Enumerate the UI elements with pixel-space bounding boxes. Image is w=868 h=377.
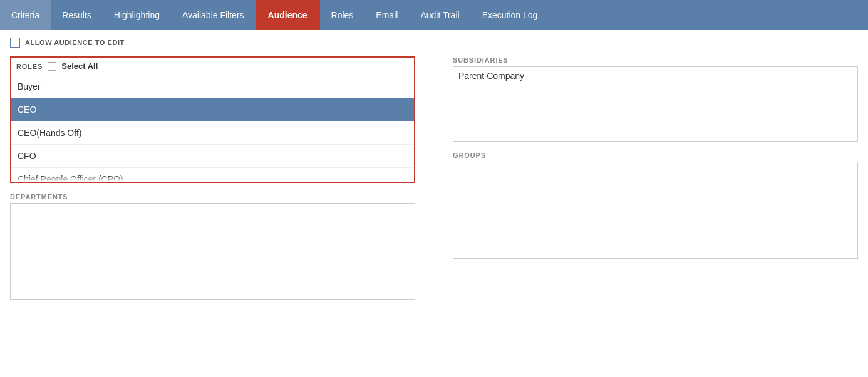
subsidiaries-section: SUBSIDIARIES Parent Company — [453, 56, 858, 142]
nav-highlighting[interactable]: Highlighting — [103, 0, 171, 30]
nav-audit-trail[interactable]: Audit Trail — [409, 0, 470, 30]
nav-roles[interactable]: Roles — [320, 0, 365, 30]
subsidiaries-item-parent-company[interactable]: Parent Company — [458, 71, 852, 81]
roles-select-all-checkbox[interactable] — [48, 62, 56, 71]
subsidiaries-box: Parent Company — [453, 66, 858, 142]
roles-select-all-label[interactable]: Select All — [61, 61, 98, 71]
groups-section: GROUPS — [453, 152, 858, 259]
departments-section: DEPARTMENTS — [10, 193, 415, 300]
roles-section: ROLES Select All Buyer CEO CEO(Hands Off… — [10, 56, 415, 183]
departments-box[interactable] — [10, 203, 415, 300]
allow-audience-row: ALLOW AUDIENCE TO EDIT — [10, 38, 858, 48]
roles-list-item-buyer[interactable]: Buyer — [11, 75, 414, 98]
nav-execution-log[interactable]: Execution Log — [471, 0, 549, 30]
left-column: ROLES Select All Buyer CEO CEO(Hands Off… — [10, 56, 415, 300]
allow-audience-label: ALLOW AUDIENCE TO EDIT — [25, 39, 125, 46]
roles-list: Buyer CEO CEO(Hands Off) CFO Chief Peopl — [11, 75, 414, 182]
roles-header-label: ROLES — [16, 63, 43, 70]
subsidiaries-label: SUBSIDIARIES — [453, 56, 858, 64]
nav-audience[interactable]: Audience — [256, 0, 320, 30]
roles-list-item-ceo-hands-off[interactable]: CEO(Hands Off) — [11, 121, 414, 145]
right-column: SUBSIDIARIES Parent Company GROUPS — [453, 56, 858, 300]
roles-list-item-cpo[interactable]: Chief People Officer (CPO) — [11, 168, 414, 182]
main-columns: ROLES Select All Buyer CEO CEO(Hands Off… — [10, 56, 858, 300]
nav-bar: Criteria Results Highlighting Available … — [0, 0, 868, 30]
main-content: ALLOW AUDIENCE TO EDIT ROLES Select All … — [0, 30, 868, 307]
allow-audience-checkbox[interactable] — [10, 38, 20, 48]
groups-label: GROUPS — [453, 152, 858, 159]
nav-criteria[interactable]: Criteria — [0, 0, 51, 30]
nav-results[interactable]: Results — [51, 0, 103, 30]
roles-list-item-ceo[interactable]: CEO — [11, 98, 414, 121]
roles-header: ROLES Select All — [11, 58, 414, 75]
departments-label: DEPARTMENTS — [10, 193, 415, 200]
roles-list-item-cfo[interactable]: CFO — [11, 145, 414, 168]
nav-email[interactable]: Email — [364, 0, 409, 30]
groups-box[interactable] — [453, 162, 858, 259]
nav-available-filters[interactable]: Available Filters — [171, 0, 256, 30]
roles-box: ROLES Select All Buyer CEO CEO(Hands Off… — [10, 56, 415, 183]
